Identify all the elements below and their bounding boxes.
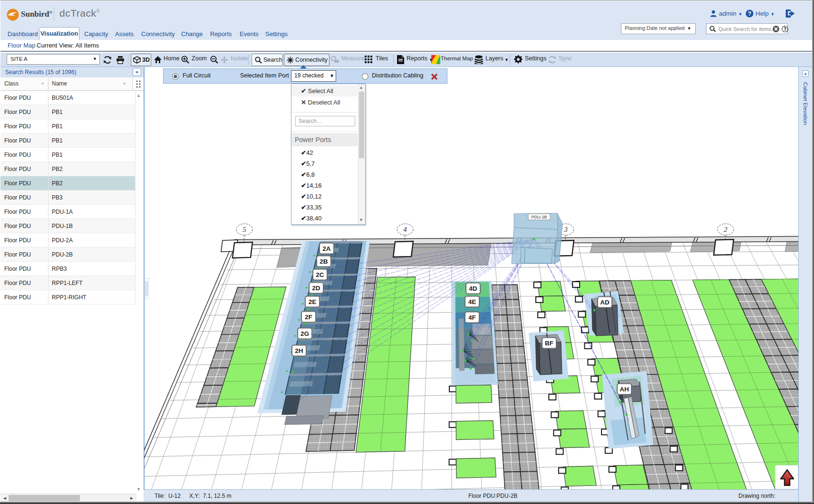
svg-text:4D: 4D bbox=[469, 285, 477, 292]
svg-text:AD: AD bbox=[600, 299, 610, 306]
svg-text:3: 3 bbox=[563, 226, 568, 233]
svg-text:2C: 2C bbox=[316, 271, 324, 278]
svg-text:2B: 2B bbox=[320, 258, 328, 265]
svg-text:2A: 2A bbox=[322, 245, 331, 252]
svg-text:2D: 2D bbox=[312, 285, 320, 292]
svg-text:2H: 2H bbox=[295, 347, 303, 354]
svg-text:4: 4 bbox=[403, 226, 407, 233]
svg-text:4E: 4E bbox=[468, 298, 476, 305]
svg-text:2E: 2E bbox=[309, 298, 317, 305]
svg-text:PDU-2B: PDU-2B bbox=[531, 215, 547, 219]
svg-text:2: 2 bbox=[724, 226, 727, 233]
svg-text:BF: BF bbox=[545, 340, 553, 347]
svg-text:4F: 4F bbox=[468, 314, 476, 321]
svg-text:2G: 2G bbox=[300, 330, 309, 337]
svg-text:2F: 2F bbox=[305, 314, 312, 321]
svg-text:?: ? bbox=[748, 10, 751, 17]
svg-text:5: 5 bbox=[242, 226, 246, 233]
svg-text:AH: AH bbox=[620, 386, 629, 393]
